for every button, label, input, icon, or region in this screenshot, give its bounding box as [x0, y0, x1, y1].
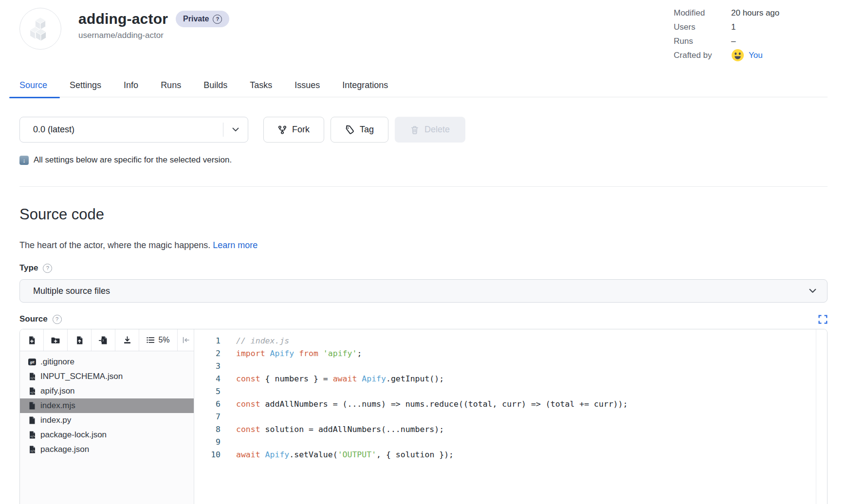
zoom-level: 5% — [139, 329, 178, 351]
line-number: 3 — [194, 360, 221, 373]
tab-tasks[interactable]: Tasks — [250, 80, 272, 90]
meta-label: Modified — [674, 8, 731, 18]
tab-label: Builds — [203, 80, 227, 90]
version-note: ↓ All settings below are specific for th… — [19, 155, 828, 165]
code-line[interactable]: 3 — [194, 360, 816, 373]
source-label-row: Source ? — [19, 314, 828, 324]
file-row[interactable]: index.py — [20, 413, 194, 428]
tab-info[interactable]: Info — [124, 80, 138, 90]
help-icon[interactable]: ? — [213, 15, 222, 24]
code-text: import Apify from 'apify'; — [236, 347, 362, 360]
line-number: 7 — [194, 411, 221, 423]
json-file-icon: </> — [28, 373, 36, 380]
file-row[interactable]: </> INPUT_SCHEMA.json — [20, 369, 194, 384]
file-panel: 5% git .gitignore </> INPUT_SCHEMA.json … — [20, 329, 194, 504]
chevron-down-icon — [809, 288, 816, 293]
code-line[interactable]: 5 — [194, 385, 816, 398]
tab-label: Integrations — [342, 80, 388, 90]
code-line[interactable]: 1// index.js — [194, 335, 816, 347]
tab-settings[interactable]: Settings — [70, 80, 101, 90]
tab-label: Source — [19, 80, 47, 90]
file-name: apify.json — [40, 386, 75, 396]
meta-value: 20 hours ago — [731, 8, 779, 18]
line-number: 10 — [194, 449, 221, 461]
chevron-down-icon — [223, 127, 248, 132]
file-row[interactable]: git .gitignore — [20, 355, 194, 369]
fullscreen-icon[interactable] — [818, 315, 828, 324]
type-label-row: Type ? — [19, 263, 828, 273]
source-code-heading: Source code — [19, 205, 828, 224]
tab-source[interactable]: Source — [19, 80, 47, 90]
code-line[interactable]: 7 — [194, 411, 816, 423]
type-help-icon[interactable]: ? — [43, 264, 52, 273]
code-line[interactable]: 10await Apify.setValue('OUTPUT', { solut… — [194, 449, 816, 461]
new-file-button[interactable] — [20, 329, 44, 351]
learn-more-link[interactable]: Learn more — [213, 240, 257, 250]
bar-arrow-left-icon[interactable] — [178, 329, 194, 351]
code-line[interactable]: 9 — [194, 436, 816, 449]
file-name: index.mjs — [40, 401, 75, 411]
code-lines: 1// index.js2import Apify from 'apify';3… — [194, 335, 816, 461]
code-text: // index.js — [236, 335, 289, 347]
editor-scrollbar[interactable] — [816, 329, 827, 504]
code-line[interactable]: 2import Apify from 'apify'; — [194, 347, 816, 360]
line-number: 4 — [194, 373, 221, 385]
meta-value: 1 — [731, 22, 736, 32]
meta-label: Runs — [674, 36, 731, 46]
code-text: const addAllNumbers = (...nums) => nums.… — [236, 398, 628, 411]
cubes-icon — [26, 15, 55, 43]
meta-label: Users — [674, 22, 731, 32]
line-number: 8 — [194, 423, 221, 436]
meta-row: Crafted by You — [674, 48, 779, 62]
file-row[interactable]: </> package.json — [20, 442, 194, 457]
code-text: const solution = addAllNumbers(...number… — [236, 423, 444, 436]
line-number: 9 — [194, 436, 221, 449]
meta-row: Modified 20 hours ago — [674, 6, 779, 20]
code-line[interactable]: 4const { numbers } = await Apify.getInpu… — [194, 373, 816, 385]
tab-label: Tasks — [250, 80, 272, 90]
tag-button[interactable]: Tag — [331, 117, 388, 143]
source-editor-widget: 5% git .gitignore </> INPUT_SCHEMA.json … — [19, 329, 828, 504]
code-text: const { numbers } = await Apify.getInput… — [236, 373, 444, 385]
actor-detail-page: adding-actor Private ? username/adding-a… — [0, 0, 846, 504]
file-toolbar: 5% — [20, 329, 194, 351]
delete-button[interactable]: Delete — [395, 117, 465, 143]
new-folder-button[interactable] — [44, 329, 68, 351]
file-icon — [28, 416, 36, 424]
upload-file-button[interactable] — [68, 329, 92, 351]
tab-issues[interactable]: Issues — [294, 80, 320, 90]
source-help-icon[interactable]: ? — [53, 315, 62, 324]
tab-builds[interactable]: Builds — [203, 80, 227, 90]
download-button[interactable] — [115, 329, 139, 351]
meta-label: Crafted by — [674, 51, 731, 60]
file-name: INPUT_SCHEMA.json — [40, 372, 123, 381]
fork-button[interactable]: Fork — [263, 117, 324, 143]
svg-text:</>: </> — [30, 376, 35, 379]
version-select[interactable]: 0.0 (latest) — [19, 117, 248, 143]
version-select-value: 0.0 (latest) — [33, 125, 74, 135]
json-file-icon: </> — [28, 431, 36, 439]
file-row[interactable]: </> package-lock.json — [20, 428, 194, 442]
file-row[interactable]: index.mjs — [20, 398, 194, 413]
delete-button-label: Delete — [424, 125, 450, 135]
file-list: git .gitignore </> INPUT_SCHEMA.json </>… — [20, 351, 194, 457]
version-note-text: All settings below are specific for the … — [34, 155, 232, 165]
tab-integrations[interactable]: Integrations — [342, 80, 388, 90]
code-line[interactable]: 8const solution = addAllNumbers(...numbe… — [194, 423, 816, 436]
source-type-select[interactable]: Multiple source files — [19, 279, 828, 303]
tag-icon — [345, 125, 354, 134]
json-file-icon: </> — [28, 446, 36, 453]
smiley-emoji-icon — [731, 49, 744, 62]
meta-value[interactable]: You — [749, 51, 763, 60]
svg-text:</>: </> — [30, 391, 35, 394]
type-label: Type — [19, 263, 38, 273]
code-line[interactable]: 6const addAllNumbers = (...nums) => nums… — [194, 398, 816, 411]
description-text: The heart of the actor, where the magic … — [19, 240, 210, 250]
code-editor: 1// index.js2import Apify from 'apify';3… — [194, 329, 816, 504]
line-number: 2 — [194, 347, 221, 360]
page-title: adding-actor — [78, 11, 168, 27]
version-bar: 0.0 (latest) Fork — [19, 117, 828, 143]
file-row[interactable]: </> apify.json — [20, 384, 194, 398]
import-file-button[interactable] — [92, 329, 115, 351]
tab-runs[interactable]: Runs — [161, 80, 181, 90]
